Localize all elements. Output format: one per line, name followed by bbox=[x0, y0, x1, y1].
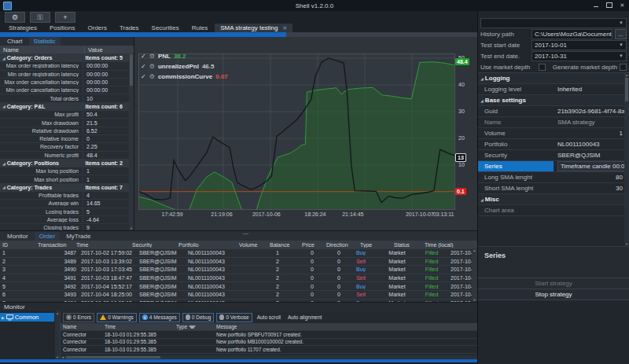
property-row-guid[interactable]: Guid21b3902d-9681-4f74-8a45-1150154... bbox=[478, 106, 629, 117]
tab-chart[interactable]: Chart bbox=[2, 37, 28, 46]
stats-row[interactable]: Min order cancellation latency00:00:00 bbox=[0, 86, 134, 94]
stats-category-row[interactable]: ◢Category: TradesItems count: 7 bbox=[0, 183, 134, 191]
stats-row[interactable]: Total orders10 bbox=[0, 94, 134, 101]
property-value[interactable]: SMA strategy bbox=[554, 117, 629, 127]
orders-column-time[interactable]: Time bbox=[74, 242, 130, 248]
property-value[interactable]: SBER@QJSIM bbox=[554, 150, 629, 160]
tab-monitor[interactable]: Monitor bbox=[2, 232, 33, 241]
scroll-up-icon[interactable]: ▲ bbox=[473, 248, 476, 252]
stats-category-row[interactable]: ◢Category: PositionsItems count: 2 bbox=[0, 159, 134, 167]
orders-scrollbar[interactable]: ▲▼ bbox=[472, 248, 477, 302]
tree-item-common[interactable]: ▶ Common bbox=[0, 313, 54, 322]
filter-icon[interactable] bbox=[189, 325, 196, 329]
tree-scrollbar[interactable]: ▲▼ bbox=[55, 311, 60, 359]
stats-row[interactable]: Max profit50.4 bbox=[0, 110, 134, 118]
scroll-down-icon[interactable]: ▼ bbox=[473, 298, 476, 302]
tab-orders[interactable]: Orders bbox=[83, 24, 112, 32]
order-row[interactable]: 134872017-10-02 17:59:02SBER@QJSIMNL0011… bbox=[0, 248, 477, 257]
close-button[interactable]: ✕ bbox=[619, 2, 626, 9]
tab-sma-strategy-testing[interactable]: SMA strategy testing✕ bbox=[215, 24, 292, 32]
toggle-auto-alignment[interactable]: Auto alignment bbox=[285, 314, 324, 320]
expander-icon[interactable]: ◢ bbox=[480, 98, 484, 103]
orders-column-volume[interactable]: Volume bbox=[237, 242, 267, 248]
stats-row[interactable]: Losing trades5 bbox=[0, 208, 134, 215]
test-start-input[interactable]: 2017-10-01▼ bbox=[532, 40, 627, 50]
test-end-input[interactable]: 2017-10-31▼ bbox=[532, 51, 627, 61]
stop-strategy-button[interactable]: Stop strategy bbox=[478, 289, 629, 300]
orders-column-id[interactable]: ID bbox=[0, 242, 35, 248]
stats-row[interactable]: Profitable trades4 bbox=[0, 191, 134, 199]
property-group-logging[interactable]: ◢Logging bbox=[478, 73, 629, 84]
stats-category-row[interactable]: ◢Category: P&LItems count: 6 bbox=[0, 102, 134, 110]
property-row-security[interactable]: SecuritySBER@QJSIM bbox=[478, 150, 629, 161]
tab-statistic[interactable]: Statistic bbox=[29, 37, 61, 46]
log-row[interactable]: Connector18-10-03 01:29:55.385New portfo… bbox=[61, 338, 477, 346]
use-market-depth-checkbox[interactable] bbox=[539, 64, 546, 71]
generate-market-depth-checkbox[interactable] bbox=[620, 64, 627, 71]
gear-toolbar-button[interactable]: ⚙ bbox=[5, 12, 25, 23]
property-row-logging-level[interactable]: Logging levelInherited bbox=[478, 84, 629, 95]
property-row-series[interactable]: SeriesTimeframe candle 00:03:15▼ bbox=[478, 161, 629, 172]
orders-column-time-local-[interactable]: Time (local) bbox=[422, 242, 486, 248]
order-row[interactable]: 534922017-10-04 15:52:17SBER@QJSIMNL0011… bbox=[0, 281, 477, 290]
stats-row[interactable]: Min order registration latency00:00:00 bbox=[0, 70, 134, 78]
stats-row[interactable]: Relative drawdown6.52 bbox=[0, 127, 134, 134]
property-value[interactable]: 1 bbox=[554, 128, 629, 138]
scroll-up-icon[interactable]: ▲ bbox=[56, 311, 59, 315]
orders-column-security[interactable]: Security bbox=[130, 242, 176, 248]
tab-trades[interactable]: Trades bbox=[114, 24, 145, 32]
checkbox-icon[interactable]: ✓ bbox=[141, 53, 146, 60]
stats-row[interactable]: Max long position1 bbox=[0, 167, 134, 175]
orders-column-portfolio[interactable]: Portfolio bbox=[176, 242, 237, 248]
property-value[interactable]: NL0011100043 bbox=[554, 139, 629, 149]
log-column-type[interactable]: Type bbox=[174, 324, 214, 329]
minimize-button[interactable] bbox=[592, 2, 599, 9]
log-row[interactable]: Connector18-10-03 01:29:55.385New portfo… bbox=[61, 330, 477, 338]
property-value[interactable] bbox=[554, 205, 629, 215]
property-grid-scrollbar[interactable]: ▲▼ bbox=[624, 73, 629, 246]
add-toolbar-button[interactable]: + bbox=[55, 12, 75, 23]
splitter-grip[interactable]: — bbox=[239, 231, 253, 235]
property-row-short-sma-lenght[interactable]: Short SMA lenght30 bbox=[478, 183, 629, 194]
close-tab-icon[interactable]: ✕ bbox=[283, 25, 288, 31]
log-column-time[interactable]: Time bbox=[102, 324, 174, 329]
tab-rules[interactable]: Rules bbox=[186, 24, 213, 32]
expander-icon[interactable]: ◢ bbox=[480, 76, 484, 81]
orders-column-price[interactable]: Price bbox=[300, 242, 324, 248]
stats-category-row[interactable]: ◢Category: OrdersItems count: 5 bbox=[0, 53, 134, 61]
property-row-name[interactable]: NameSMA strategy bbox=[478, 117, 629, 128]
order-row[interactable]: 634932017-10-04 18:25:00SBER@QJSIMNL0011… bbox=[0, 290, 477, 299]
expander-icon[interactable]: ◢ bbox=[480, 197, 484, 202]
tab-strategies[interactable]: Strategies bbox=[3, 24, 42, 32]
log-row[interactable]: Connector18-10-03 01:29:55.385New portfo… bbox=[61, 345, 477, 353]
orders-column-balance[interactable]: Balance bbox=[267, 242, 300, 248]
property-value[interactable]: 30 bbox=[554, 183, 629, 193]
start-strategy-button[interactable]: Start strategy bbox=[478, 278, 629, 289]
property-value[interactable]: Inherited bbox=[554, 84, 629, 94]
order-row[interactable]: 434912017-10-03 18:47:47SBER@QJSIMNL0011… bbox=[0, 274, 477, 282]
stats-row[interactable]: Recovery factor2.25 bbox=[0, 142, 134, 150]
orders-column-type[interactable]: Type bbox=[358, 242, 392, 248]
property-value[interactable]: 21b3902d-9681-4f74-8a45-1150154... bbox=[554, 106, 629, 116]
property-group-misc[interactable]: ◢Misc bbox=[478, 194, 629, 205]
property-value[interactable]: 80 bbox=[554, 172, 629, 182]
property-row-long-sma-lenght[interactable]: Long SMA lenght80 bbox=[478, 172, 629, 183]
scroll-down-icon[interactable]: ▼ bbox=[56, 355, 59, 359]
equity-chart[interactable]: ✓⚙PNL38.2✓⚙unrealizedPnl46.5✓⚙commission… bbox=[134, 37, 477, 230]
tab-securities[interactable]: Securities bbox=[146, 24, 185, 32]
stats-row[interactable]: Relative income0 bbox=[0, 134, 134, 142]
stats-row[interactable]: Closing trades9 bbox=[0, 223, 134, 230]
checkbox-icon[interactable]: ✓ bbox=[141, 63, 146, 70]
property-row-portfolio[interactable]: PortfolioNL0011100043 bbox=[478, 139, 629, 150]
tab-order[interactable]: Order bbox=[35, 232, 60, 241]
tab-mytrade[interactable]: MyTrade bbox=[61, 232, 95, 241]
property-row-volume[interactable]: Volume1 bbox=[478, 128, 629, 139]
gear-icon[interactable]: ⚙ bbox=[149, 63, 155, 70]
filter-button-4-messages[interactable]: i4 Messages bbox=[139, 313, 180, 322]
stats-row[interactable]: Max drawdown21.5 bbox=[0, 118, 134, 126]
orders-column-transaction[interactable]: Transaction bbox=[35, 242, 74, 248]
gear-icon[interactable]: ⚙ bbox=[149, 73, 155, 80]
filter-button-0-warnings[interactable]: 0 Warnings bbox=[97, 313, 137, 322]
stats-row[interactable]: Max order registration latency00:00:00 bbox=[0, 61, 134, 69]
scroll-down-icon[interactable]: ▼ bbox=[625, 242, 628, 246]
